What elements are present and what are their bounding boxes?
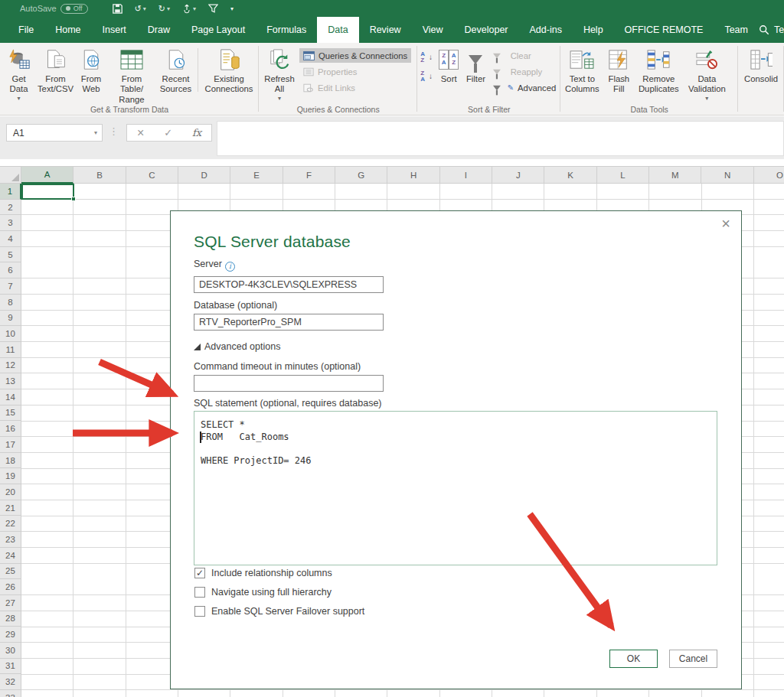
row-header-11[interactable]: 11 (0, 342, 21, 358)
active-cell-selection[interactable] (21, 184, 74, 200)
row-header-5[interactable]: 5 (0, 247, 21, 263)
row-header-13[interactable]: 13 (0, 373, 21, 389)
row-header-30[interactable]: 30 (0, 643, 21, 659)
sort-ascending-button[interactable]: AZ↓ (418, 50, 435, 64)
column-header-F[interactable]: F (283, 166, 335, 184)
cancel-button[interactable]: Cancel (669, 650, 717, 668)
tab-formulas[interactable]: Formulas (256, 17, 317, 43)
column-header-C[interactable]: C (126, 166, 178, 184)
row-header-19[interactable]: 19 (0, 468, 21, 484)
recent-sources-button[interactable]: Recent Sources (155, 45, 196, 105)
row-header-33[interactable]: 33 (0, 690, 21, 697)
row-header-20[interactable]: 20 (0, 484, 21, 500)
column-header-H[interactable]: H (387, 166, 439, 184)
row-header-10[interactable]: 10 (0, 326, 21, 342)
text-to-columns-button[interactable]: Text to Columns (561, 45, 603, 105)
name-box[interactable]: A1 ▾ (6, 124, 103, 142)
failover-support-checkbox[interactable]: Enable SQL Server Failover support (194, 605, 364, 617)
tell-me-search[interactable]: Te (759, 17, 784, 43)
row-header-1[interactable]: 1 (0, 184, 21, 200)
tab-view[interactable]: View (412, 17, 454, 43)
row-header-8[interactable]: 8 (0, 295, 21, 311)
row-header-24[interactable]: 24 (0, 548, 21, 564)
data-validation-button[interactable]: Data Validation▾ (682, 45, 731, 105)
tab-add-ins[interactable]: Add-ins (519, 17, 573, 43)
row-header-26[interactable]: 26 (0, 579, 21, 595)
customize-toolbar-icon[interactable]: ▾ (230, 5, 234, 12)
row-header-29[interactable]: 29 (0, 627, 21, 643)
column-header-M[interactable]: M (649, 166, 701, 184)
flash-fill-button[interactable]: Flash Fill (603, 45, 635, 105)
tab-team[interactable]: Team (714, 17, 759, 43)
row-header-23[interactable]: 23 (0, 532, 21, 548)
column-header-A[interactable]: A (21, 166, 74, 184)
column-header-O[interactable]: O (754, 166, 784, 184)
row-header-2[interactable]: 2 (0, 200, 21, 216)
consolidate-button[interactable]: Consolid (739, 45, 783, 105)
clear-filter-button[interactable]: Clear (489, 48, 560, 63)
row-header-9[interactable]: 9 (0, 311, 21, 327)
queries-connections-button[interactable]: Queries & Connections (299, 48, 411, 63)
command-timeout-input[interactable] (194, 375, 384, 392)
column-header-G[interactable]: G (335, 166, 387, 184)
cancel-entry-icon[interactable]: × (137, 126, 144, 140)
sort-descending-button[interactable]: ZA↓ (418, 69, 435, 83)
tab-page-layout[interactable]: Page Layout (181, 17, 256, 43)
row-header-15[interactable]: 15 (0, 405, 21, 422)
tab-insert[interactable]: Insert (92, 17, 137, 43)
row-header-25[interactable]: 25 (0, 564, 21, 580)
column-header-L[interactable]: L (597, 166, 649, 184)
filter-button[interactable]: Filter (462, 45, 488, 105)
from-table-range-button[interactable]: From Table/ Range (108, 45, 155, 105)
redo-icon[interactable]: ↻▾ (158, 4, 170, 14)
tab-file[interactable]: File (8, 17, 44, 43)
database-input[interactable] (194, 314, 384, 331)
column-header-N[interactable]: N (701, 166, 753, 184)
ok-button[interactable]: OK (609, 650, 658, 668)
row-header-6[interactable]: 6 (0, 262, 21, 278)
row-header-28[interactable]: 28 (0, 611, 21, 627)
from-web-button[interactable]: From Web (74, 45, 108, 105)
get-data-button[interactable]: Get Data▾ (1, 45, 37, 105)
fill-handle[interactable] (71, 197, 76, 201)
tab-office-remote[interactable]: OFFICE REMOTE (614, 17, 714, 43)
tab-review[interactable]: Review (359, 17, 412, 43)
row-header-22[interactable]: 22 (0, 516, 21, 532)
column-header-K[interactable]: K (544, 166, 596, 184)
tab-help[interactable]: Help (573, 17, 614, 43)
close-icon[interactable]: × (721, 216, 730, 231)
sql-statement-textarea[interactable]: SELECT * FROM Cat_Rooms WHERE ProjectID=… (194, 411, 717, 565)
refresh-all-button[interactable]: Refresh All▾ (260, 45, 299, 105)
row-header-12[interactable]: 12 (0, 358, 21, 374)
row-header-27[interactable]: 27 (0, 595, 21, 611)
advanced-filter-button[interactable]: ✎ Advanced (489, 80, 560, 95)
insert-function-icon[interactable]: fx (192, 127, 201, 138)
row-header-4[interactable]: 4 (0, 231, 21, 247)
row-header-3[interactable]: 3 (0, 215, 21, 231)
from-text-csv-button[interactable]: From Text/CSV (37, 45, 74, 105)
formula-input[interactable] (217, 121, 784, 156)
existing-connections-button[interactable]: Existing Connections (200, 45, 258, 105)
row-header-32[interactable]: 32 (0, 674, 21, 690)
touch-mode-icon[interactable]: ▾ (182, 4, 196, 14)
advanced-options-toggle[interactable]: Advanced options (194, 341, 280, 352)
tab-draw[interactable]: Draw (137, 17, 181, 43)
save-icon[interactable] (113, 4, 122, 14)
enter-entry-icon[interactable]: ✓ (164, 127, 172, 138)
row-header-21[interactable]: 21 (0, 500, 21, 516)
reapply-filter-button[interactable]: Reapply (489, 64, 560, 79)
row-header-14[interactable]: 14 (0, 389, 21, 405)
properties-button[interactable]: Properties (299, 64, 411, 79)
tab-developer[interactable]: Developer (454, 17, 519, 43)
autosave-toggle[interactable]: AutoSave Off (20, 4, 88, 14)
row-header-18[interactable]: 18 (0, 453, 21, 469)
undo-icon[interactable]: ↺▾ (135, 4, 146, 14)
column-header-J[interactable]: J (492, 166, 544, 184)
column-header-D[interactable]: D (178, 166, 230, 184)
filter-icon[interactable] (208, 4, 218, 13)
row-header-31[interactable]: 31 (0, 659, 21, 675)
remove-duplicates-button[interactable]: Remove Duplicates (635, 45, 682, 105)
server-input[interactable] (194, 276, 384, 293)
column-header-I[interactable]: I (440, 166, 492, 184)
tab-data[interactable]: Data (317, 17, 358, 43)
